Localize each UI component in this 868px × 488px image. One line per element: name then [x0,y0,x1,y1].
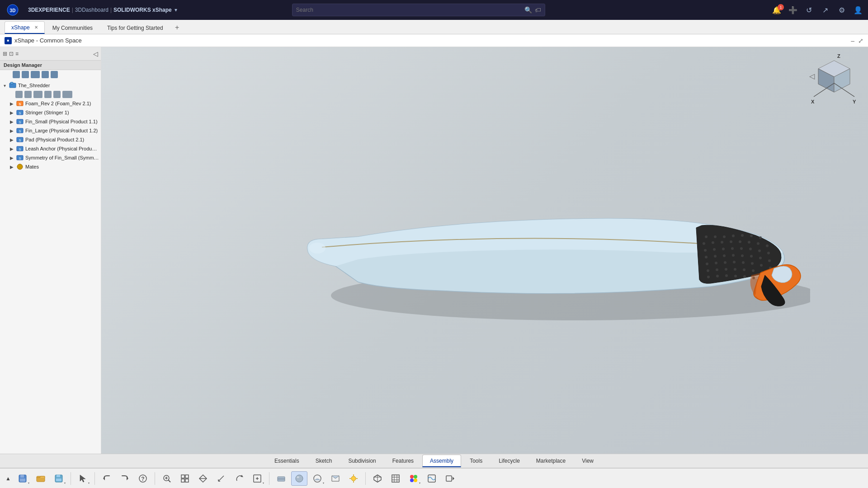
panel-icon-3[interactable]: ≡ [15,51,19,57]
toolbar-ambient[interactable] [345,471,362,486]
tab-tools-label: Tools [470,458,482,464]
share-icon[interactable]: ↗ [820,6,831,14]
tree-item-fin-large[interactable]: ▶ S Fin_Large (Physical Product 1.2) [0,126,101,135]
tree-item-leash-arrow: ▶ [9,146,14,151]
toolbar-standard-views[interactable] [177,471,193,486]
tab-xshape[interactable]: xShape ✕ [5,21,45,34]
toolbar-grid[interactable] [387,471,404,486]
separator-5 [365,472,366,485]
tree-item-fin-large-arrow: ▶ [9,128,14,133]
tree-item-pad[interactable]: ▶ S Pad (Physical Product 2.1) [0,135,101,144]
workspace-bar: xShape - Common Space – ⤢ [0,34,868,47]
tree-item-fin-small[interactable]: ▶ S Fin_Small (Physical Product 1.1) [0,117,101,126]
tab-add-button[interactable]: + [171,21,184,34]
tree-icon-extra[interactable] [62,91,72,98]
panel-tool-3[interactable] [31,71,40,78]
tree-icon-view[interactable] [15,91,23,98]
tab-essentials[interactable]: Essentials [267,455,307,467]
svg-rect-83 [20,475,24,478]
toolbar-box[interactable] [369,471,386,486]
tag-icon[interactable]: 🏷 [535,6,541,14]
toolbar-record[interactable] [442,471,458,486]
search-bar: 🔍 🏷 [292,4,545,16]
toolbar-shaded-wireframe[interactable] [273,471,289,486]
svg-point-111 [296,475,303,482]
toolbar-undo[interactable] [99,471,115,486]
panel-tool-5[interactable] [51,71,58,78]
user-icon[interactable]: 👤 [853,6,863,14]
toolbar-save[interactable]: ▾ [14,471,31,486]
search-icon[interactable]: 🔍 [524,6,532,14]
tree-item-symmetry[interactable]: ▶ S Symmetry of Fin_Small (Symme... [0,153,101,162]
toolbar-fit-all[interactable]: ▾ [249,471,265,486]
svg-point-38 [721,241,723,244]
minimize-button[interactable]: – [851,37,854,44]
tab-sketch[interactable]: Sketch [308,455,340,467]
tab-tools[interactable]: Tools [462,455,490,467]
toolbar-appearance[interactable]: ▾ [406,471,422,486]
app-name-label: 3DEXPERIENCE [28,7,70,13]
topbar-right: 🔔 1 ➕ ↺ ↗ ⚙ 👤 [771,6,863,14]
tree-item-leash[interactable]: ▶ S Leash Anchor (Physical Product... [0,144,101,153]
notifications-bell[interactable]: 🔔 1 [771,6,782,14]
tree-icon-lock[interactable] [44,91,52,98]
app-dropdown-icon[interactable]: ▾ [175,7,177,13]
toolbar-select[interactable]: ▾ [75,471,91,486]
tree-icon-settings[interactable] [53,91,61,98]
svg-point-54 [723,254,726,257]
panel-tool-1[interactable] [13,71,20,78]
panel-icon-2[interactable]: ⊡ [9,51,14,57]
add-icon[interactable]: ➕ [788,6,798,14]
svg-line-104 [218,476,224,481]
separator-4 [269,472,269,485]
tab-xshape-close[interactable]: ✕ [34,25,38,30]
tab-view[interactable]: View [574,455,601,467]
toolbar-up-arrow[interactable]: ▲ [4,471,13,486]
tree-item-symmetry-icon: S [16,154,24,161]
svg-point-45 [713,248,716,251]
tab-features[interactable]: Features [385,455,421,467]
panel-tool-4[interactable] [42,71,49,78]
toolbar-ambiance2[interactable] [424,471,440,486]
tab-subdivision[interactable]: Subdivision [340,455,383,467]
toolbar-open[interactable] [33,471,49,486]
toolbar-section[interactable] [327,471,344,486]
tree-icon-hide[interactable] [24,91,32,98]
tab-assembly[interactable]: Assembly [422,455,461,467]
tree-item-stringer[interactable]: ▶ S Stringer (Stringer 1) [0,108,101,117]
svg-rect-99 [185,475,189,478]
search-input[interactable] [296,7,522,13]
toolbar-save-as[interactable]: ▾ [51,471,67,486]
tree-root-item[interactable]: ▾ The_Shredder [0,81,101,90]
history-icon[interactable]: ↺ [804,6,815,14]
toolbar-shaded[interactable] [291,471,307,486]
svg-point-76 [716,275,719,277]
panel-icon-1[interactable]: ⊞ [3,51,7,57]
tab-tips[interactable]: Tips for Getting Started [100,21,170,34]
toolbar-zoom[interactable] [159,471,175,486]
svg-rect-3 [10,82,13,84]
panel-tool-2[interactable] [22,71,29,78]
settings-icon[interactable]: ⚙ [836,6,847,14]
toolbar-help[interactable]: ? [135,471,151,486]
toolbar-measure[interactable] [213,471,229,486]
restore-button[interactable]: ⤢ [858,37,863,44]
tree-icon-visibility[interactable] [33,91,42,98]
workspace-title: xShape - Common Space [14,37,82,44]
tree-item-foam[interactable]: ▶ S Foam_Rev 2 (Foam_Rev 2.1) [0,99,101,108]
svg-point-79 [743,275,746,278]
svg-point-129 [410,479,414,482]
toolbar-rotate[interactable] [231,471,247,486]
tree-item-mates[interactable]: ▶ Mates [0,162,101,171]
viewport[interactable]: Z X Y ◁ [101,47,868,454]
tab-marketplace[interactable]: Marketplace [528,455,573,467]
toolbar-shaded-edges[interactable]: ▾ [309,471,326,486]
svg-point-66 [760,264,763,267]
svg-point-75 [707,276,710,278]
toolbar-redo[interactable] [117,471,133,486]
panel-collapse-button[interactable]: ◁ [93,50,98,57]
svg-point-56 [741,254,744,257]
tab-lifecycle[interactable]: Lifecycle [491,455,528,467]
tab-mycommunities[interactable]: My Communities [46,21,99,34]
toolbar-section-view[interactable] [195,471,211,486]
